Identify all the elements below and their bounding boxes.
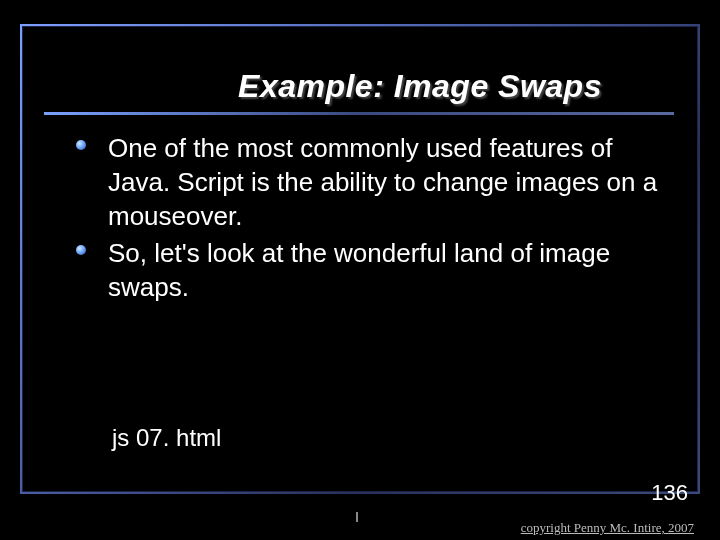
bullet-text: So, let's look at the wonderful land of … bbox=[108, 238, 610, 302]
slide-title: Example: Image Swaps bbox=[0, 68, 720, 105]
bottom-tick-icon bbox=[356, 512, 358, 522]
bullet-dot-icon bbox=[76, 140, 86, 150]
title-underline bbox=[44, 112, 674, 115]
bullet-dot-icon bbox=[76, 245, 86, 255]
bullet-item: So, let's look at the wonderful land of … bbox=[76, 237, 676, 305]
bullet-item: One of the most commonly used features o… bbox=[76, 132, 676, 233]
slide-body: One of the most commonly used features o… bbox=[76, 132, 676, 309]
slide-footnote: js 07. html bbox=[112, 424, 221, 452]
page-number: 136 bbox=[651, 480, 688, 506]
copyright-text: copyright Penny Mc. Intire, 2007 bbox=[521, 520, 694, 536]
bullet-text: One of the most commonly used features o… bbox=[108, 133, 657, 231]
slide-stage: Example: Image Swaps One of the most com… bbox=[0, 0, 720, 540]
